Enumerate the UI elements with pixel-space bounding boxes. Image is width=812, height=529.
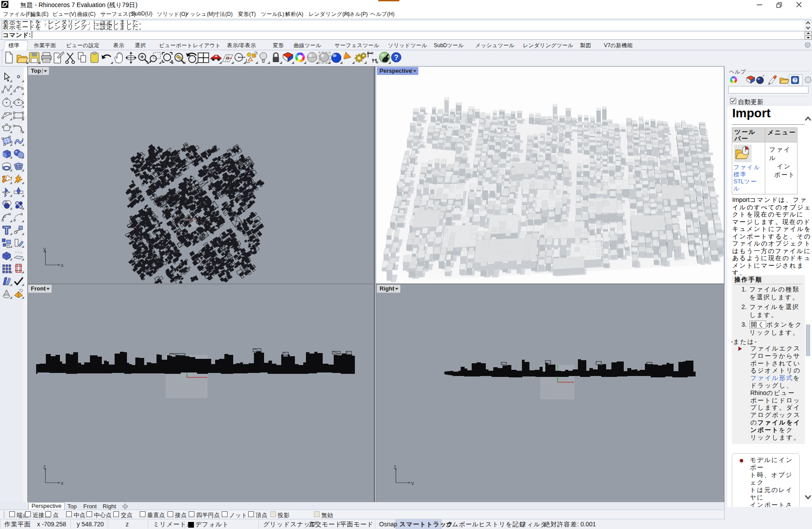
- svg-text:y: y: [43, 247, 46, 252]
- svg-text:x: x: [61, 480, 63, 485]
- svg-text:y: y: [411, 480, 414, 485]
- svg-text:?: ?: [394, 54, 399, 61]
- svg-text:z: z: [43, 465, 46, 470]
- svg-text:z: z: [394, 465, 396, 470]
- svg-text:x: x: [61, 262, 63, 268]
- svg-text:?: ?: [793, 78, 796, 83]
